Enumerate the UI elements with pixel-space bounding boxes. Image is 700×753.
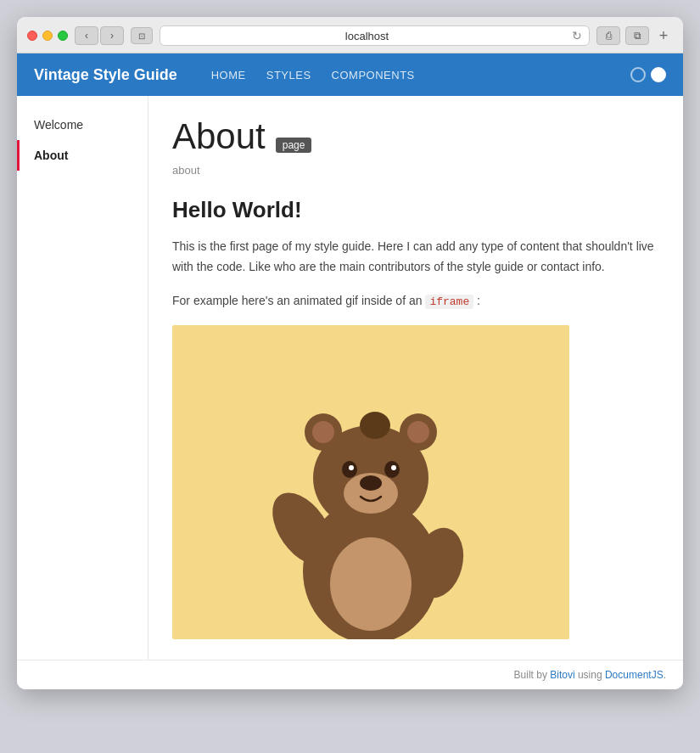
browser-actions: ⎙ ⧉ + [596, 26, 673, 45]
inline-code: iframe [425, 295, 473, 309]
svg-point-9 [407, 421, 429, 443]
footer-text-middle: using [575, 669, 605, 681]
expand-button[interactable]: ⧉ [625, 26, 649, 45]
svg-point-7 [312, 421, 334, 443]
sidebar-item-welcome-label: Welcome [34, 118, 83, 132]
back-button[interactable]: ‹ [75, 26, 98, 45]
new-tab-button[interactable]: + [654, 26, 673, 45]
paragraph-2-suffix: : [473, 294, 480, 307]
section-title: Hello World! [172, 197, 659, 223]
sidebar-item-welcome[interactable]: Welcome [17, 110, 148, 140]
forward-button[interactable]: › [100, 26, 124, 45]
nav-circle-icon-2 [651, 67, 666, 82]
sidebar: Welcome About [17, 96, 148, 660]
footer-documentjs-link[interactable]: DocumentJS [605, 669, 664, 681]
app-body: Welcome About About page about Hello Wor… [17, 96, 683, 660]
bear-illustration [252, 368, 490, 639]
page-header: About page [172, 116, 659, 157]
tab-area: ⊡ [131, 27, 153, 44]
tab-icon[interactable]: ⊡ [131, 27, 153, 44]
paragraph-2-prefix: For example here's an animated gif insid… [172, 294, 425, 307]
svg-point-16 [360, 412, 390, 439]
nav-buttons: ‹ › [75, 26, 124, 45]
minimize-button[interactable] [42, 31, 53, 41]
footer-bitovi-link[interactable]: Bitovi [550, 669, 574, 681]
share-button[interactable]: ⎙ [596, 26, 620, 45]
iframe-placeholder [172, 325, 569, 639]
app-navbar: Vintage Style Guide HOME STYLES COMPONEN… [17, 53, 683, 96]
maximize-button[interactable] [58, 31, 68, 41]
nav-link-components[interactable]: COMPONENTS [332, 69, 415, 81]
sidebar-item-about-label: About [34, 149, 68, 162]
svg-point-15 [391, 465, 396, 470]
paragraph-2: For example here's an animated gif insid… [172, 291, 659, 312]
nav-link-styles[interactable]: STYLES [266, 69, 311, 81]
nav-circle-icon-1 [630, 67, 646, 82]
app-nav-links: HOME STYLES COMPONENTS [211, 69, 630, 81]
sidebar-item-about[interactable]: About [17, 140, 148, 171]
traffic-lights [27, 31, 68, 41]
url-bar[interactable]: localhost ↻ [160, 25, 590, 46]
browser-chrome: ‹ › ⊡ localhost ↻ ⎙ ⧉ + [17, 17, 683, 53]
footer-text-suffix: . [664, 669, 666, 681]
page-title: About [172, 116, 266, 157]
url-text: localhost [167, 30, 567, 42]
app-footer: Built by Bitovi using DocumentJS. [17, 660, 683, 689]
content-area: About page about Hello World! This is th… [148, 96, 683, 660]
svg-point-11 [360, 475, 382, 491]
app-brand: Vintage Style Guide [34, 66, 177, 84]
paragraph-1: This is the first page of my style guide… [172, 237, 659, 278]
page-subtitle: about [172, 164, 659, 177]
browser-window: ‹ › ⊡ localhost ↻ ⎙ ⧉ + Vintage Style Gu… [17, 17, 683, 689]
svg-point-1 [330, 537, 412, 631]
nav-link-home[interactable]: HOME [211, 69, 246, 81]
close-button[interactable] [27, 31, 37, 41]
app-nav-icons [630, 67, 666, 82]
footer-text-prefix: Built by [514, 669, 551, 681]
svg-point-13 [349, 465, 354, 470]
refresh-button[interactable]: ↻ [572, 29, 582, 42]
page-badge: page [276, 138, 312, 153]
